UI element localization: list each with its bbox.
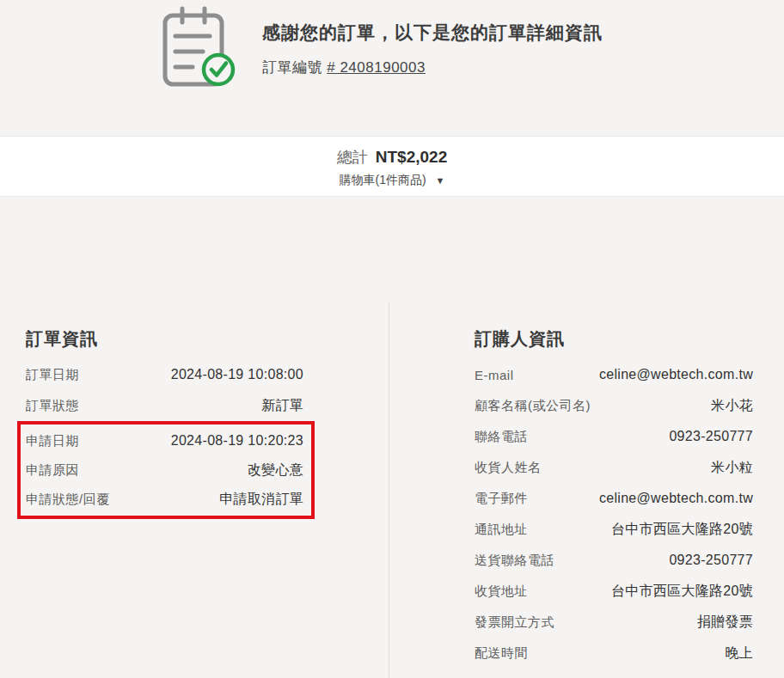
order-info-section: 訂單資訊 訂單日期 2024-08-19 10:08:00 訂單狀態 新訂單 申… xyxy=(26,327,303,519)
row-label: E-mail xyxy=(475,368,514,382)
row-label: 收貨人姓名 xyxy=(475,460,542,476)
info-row: 顧客名稱(或公司名) 米小花 xyxy=(475,390,753,421)
info-row: 訂單日期 2024-08-19 10:08:00 xyxy=(26,359,303,390)
info-row: 聯絡電話 0923-250777 xyxy=(475,421,753,452)
buyer-info-title: 訂購人資訊 xyxy=(475,327,753,351)
cancel-request-highlight-box: 申請日期 2024-08-19 10:20:23 申請原因 改變心意 申請狀態/… xyxy=(17,421,315,519)
info-row: 配送時間 晚上 xyxy=(475,638,753,669)
caret-down-icon: ▼ xyxy=(436,175,445,186)
row-value: 申請取消訂單 xyxy=(219,491,303,509)
row-value: 台中市西區大隆路20號 xyxy=(611,521,753,539)
row-label: 申請狀態/回覆 xyxy=(26,492,110,508)
info-row: 通訊地址 台中市西區大隆路20號 xyxy=(475,514,753,545)
row-value: 捐贈發票 xyxy=(697,614,753,632)
order-number-line: 訂單編號 # 2408190003 xyxy=(262,58,603,77)
info-row: 訂單狀態 新訂單 xyxy=(26,390,303,421)
row-label: 送貨聯絡電話 xyxy=(475,553,554,569)
order-number-link[interactable]: # 2408190003 xyxy=(327,59,426,76)
row-value: 0923-250777 xyxy=(669,553,753,568)
row-value: 0923-250777 xyxy=(669,429,753,444)
row-label: 訂單狀態 xyxy=(26,398,79,414)
row-label: 發票開立方式 xyxy=(475,614,554,631)
info-row: 申請原因 改變心意 xyxy=(26,455,303,485)
row-label: 申請日期 xyxy=(26,433,79,449)
info-row: 電子郵件 celine@webtech.com.tw xyxy=(475,483,753,514)
order-info-rows: 訂單日期 2024-08-19 10:08:00 訂單狀態 新訂單 xyxy=(26,359,303,421)
row-value: 米小粒 xyxy=(711,459,753,477)
row-label: 配送時間 xyxy=(475,645,528,662)
total-label: 總計 xyxy=(337,149,368,166)
info-row: 收貨地址 台中市西區大隆路20號 xyxy=(475,576,753,607)
cart-line: 購物車(1件商品) ▼ xyxy=(0,172,784,188)
row-label: 通訊地址 xyxy=(475,522,528,538)
info-row: 發票開立方式 捐贈發票 xyxy=(475,607,753,638)
order-detail-content: 訂單資訊 訂單日期 2024-08-19 10:08:00 訂單狀態 新訂單 申… xyxy=(0,197,784,678)
row-label: 顧客名稱(或公司名) xyxy=(475,398,591,414)
row-label: 收貨地址 xyxy=(475,583,528,600)
row-value: 晚上 xyxy=(725,644,753,663)
order-number-label: 訂單編號 xyxy=(262,59,322,76)
row-value: 台中市西區大隆路20號 xyxy=(611,583,753,601)
thank-you-title: 感謝您的訂單，以下是您的訂單詳細資訊 xyxy=(262,21,603,45)
info-row: E-mail celine@webtech.com.tw xyxy=(475,359,753,390)
cart-toggle-label: 購物車(1件商品) xyxy=(340,173,426,186)
info-row: 申請日期 2024-08-19 10:20:23 xyxy=(26,426,303,455)
header-text-block: 感謝您的訂單，以下是您的訂單詳細資訊 訂單編號 # 2408190003 xyxy=(262,21,603,77)
row-label: 訂單日期 xyxy=(26,367,79,383)
row-label: 聯絡電話 xyxy=(475,429,528,445)
info-row: 收貨人姓名 米小粒 xyxy=(475,452,753,483)
clipboard-check-icon xyxy=(162,5,237,88)
buyer-info-rows: E-mail celine@webtech.com.tw 顧客名稱(或公司名) … xyxy=(475,359,753,669)
order-total-band: 總計 NT$2,022 購物車(1件商品) ▼ xyxy=(0,136,784,197)
row-value: 2024-08-19 10:20:23 xyxy=(171,433,303,449)
cart-items-toggle[interactable]: 購物車(1件商品) ▼ xyxy=(340,173,445,188)
info-row: 送貨聯絡電話 0923-250777 xyxy=(475,545,753,576)
buyer-info-section: 訂購人資訊 E-mail celine@webtech.com.tw 顧客名稱(… xyxy=(475,327,753,669)
row-value: 改變心意 xyxy=(248,461,303,479)
row-value: celine@webtech.com.tw xyxy=(599,491,753,506)
row-value: celine@webtech.com.tw xyxy=(599,367,753,382)
total-amount: NT$2,022 xyxy=(376,148,447,166)
row-label: 電子郵件 xyxy=(475,491,528,507)
total-line: 總計 NT$2,022 xyxy=(0,147,784,168)
row-value: 米小花 xyxy=(711,397,753,415)
column-divider xyxy=(389,302,389,678)
row-value: 2024-08-19 10:08:00 xyxy=(171,367,303,382)
row-value: 新訂單 xyxy=(261,397,303,415)
order-info-title: 訂單資訊 xyxy=(26,327,303,351)
order-confirmation-header: 感謝您的訂單，以下是您的訂單詳細資訊 訂單編號 # 2408190003 xyxy=(0,0,784,136)
info-row: 申請狀態/回覆 申請取消訂單 xyxy=(26,485,303,514)
row-label: 申請原因 xyxy=(26,462,79,479)
